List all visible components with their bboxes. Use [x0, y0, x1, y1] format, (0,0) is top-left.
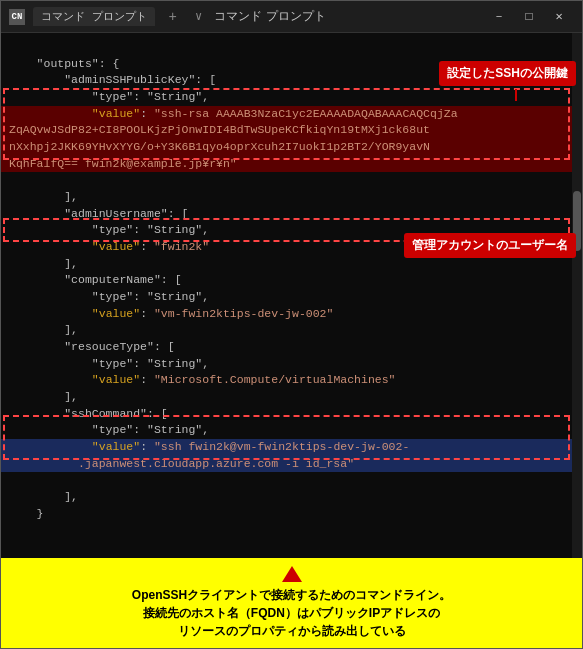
tab-dropdown-button[interactable]: ∨: [191, 7, 206, 26]
window-icon: CN: [9, 9, 25, 25]
annotation-admin-username: 管理アカウントのユーザー名: [404, 233, 576, 258]
window: CN コマンド プロンプト + ∨ コマンド プロンプト － □ ✕ "outp…: [0, 0, 583, 649]
up-arrow-icon: [282, 566, 302, 582]
terminal-content: "outputs": { "adminSSHPublicKey": [ "typ…: [1, 33, 582, 558]
window-controls: － □ ✕: [484, 6, 574, 28]
new-tab-button[interactable]: +: [163, 7, 183, 27]
bottom-annotation: OpenSSHクライアントで接続するためのコマンドライン。 接続先のホスト名（F…: [1, 558, 582, 648]
scrollbar[interactable]: [572, 33, 582, 558]
tab-command-prompt[interactable]: コマンド プロンプト: [33, 7, 155, 26]
bottom-annotation-line2: 接続先のホスト名（FQDN）はパブリックIPアドレスの: [13, 604, 570, 622]
maximize-button[interactable]: □: [514, 6, 544, 28]
svg-marker-2: [282, 566, 302, 582]
close-button[interactable]: ✕: [544, 6, 574, 28]
annotation-ssh-key: 設定したSSHの公開鍵: [439, 61, 576, 86]
window-title: コマンド プロンプト: [214, 8, 476, 25]
bottom-annotation-line1: OpenSSHクライアントで接続するためのコマンドライン。: [13, 586, 570, 604]
code-output: "outputs": { "adminSSHPublicKey": [ "typ…: [9, 39, 574, 539]
title-bar: CN コマンド プロンプト + ∨ コマンド プロンプト － □ ✕: [1, 1, 582, 33]
bottom-annotation-line3: リソースのプロパティから読み出している: [13, 622, 570, 640]
minimize-button[interactable]: －: [484, 6, 514, 28]
title-bar-tabs: コマンド プロンプト: [33, 7, 155, 26]
